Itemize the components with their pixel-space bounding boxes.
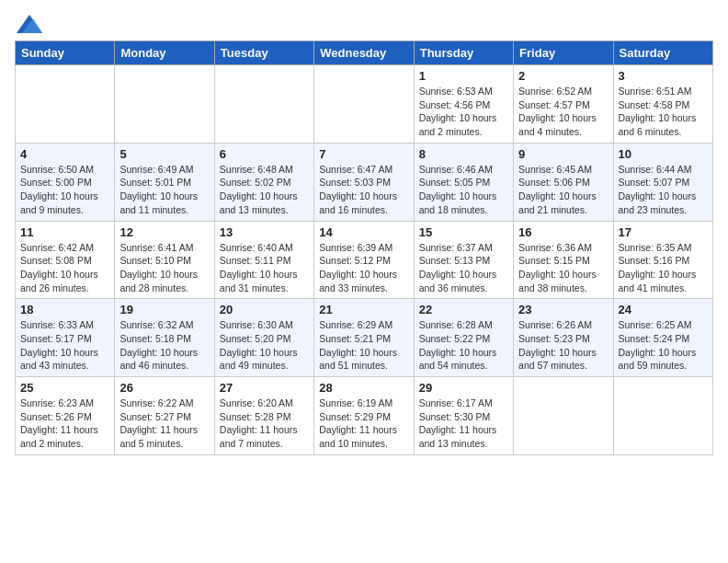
- day-number: 14: [319, 225, 408, 239]
- calendar-cell: 4Sunrise: 6:50 AM Sunset: 5:00 PM Daylig…: [16, 143, 115, 221]
- day-info: Sunrise: 6:40 AM Sunset: 5:11 PM Dayligh…: [220, 241, 309, 295]
- calendar-cell: [214, 65, 313, 144]
- calendar-cell: 11Sunrise: 6:42 AM Sunset: 5:08 PM Dayli…: [16, 221, 115, 299]
- day-number: 5: [119, 147, 209, 161]
- calendar-cell: 28Sunrise: 6:19 AM Sunset: 5:29 PM Dayli…: [314, 377, 414, 455]
- day-info: Sunrise: 6:29 AM Sunset: 5:21 PM Dayligh…: [319, 318, 408, 373]
- day-number: 21: [319, 303, 408, 316]
- day-number: 24: [619, 303, 708, 316]
- calendar-cell: 15Sunrise: 6:37 AM Sunset: 5:13 PM Dayli…: [414, 221, 513, 299]
- weekday-header-saturday: Saturday: [613, 41, 712, 65]
- day-number: 13: [220, 225, 309, 239]
- calendar-week-4: 18Sunrise: 6:33 AM Sunset: 5:17 PM Dayli…: [16, 299, 713, 377]
- calendar-week-5: 25Sunrise: 6:23 AM Sunset: 5:26 PM Dayli…: [16, 377, 713, 455]
- day-info: Sunrise: 6:49 AM Sunset: 5:01 PM Dayligh…: [119, 163, 209, 217]
- day-number: 8: [419, 147, 508, 161]
- day-info: Sunrise: 6:42 AM Sunset: 5:08 PM Dayligh…: [20, 241, 109, 295]
- day-number: 28: [319, 381, 408, 395]
- day-info: Sunrise: 6:25 AM Sunset: 5:24 PM Dayligh…: [619, 318, 708, 373]
- day-number: 23: [518, 303, 608, 316]
- calendar-cell: 29Sunrise: 6:17 AM Sunset: 5:30 PM Dayli…: [414, 377, 513, 455]
- calendar-cell: 17Sunrise: 6:35 AM Sunset: 5:16 PM Dayli…: [613, 221, 712, 299]
- calendar-week-3: 11Sunrise: 6:42 AM Sunset: 5:08 PM Dayli…: [16, 221, 713, 299]
- calendar-cell: 23Sunrise: 6:26 AM Sunset: 5:23 PM Dayli…: [514, 299, 613, 377]
- calendar-cell: 8Sunrise: 6:46 AM Sunset: 5:05 PM Daylig…: [414, 143, 513, 221]
- day-number: 3: [619, 69, 708, 83]
- calendar-cell: 26Sunrise: 6:22 AM Sunset: 5:27 PM Dayli…: [115, 377, 214, 455]
- calendar-cell: [115, 65, 214, 144]
- calendar-week-2: 4Sunrise: 6:50 AM Sunset: 5:00 PM Daylig…: [16, 143, 713, 221]
- day-number: 27: [220, 381, 309, 395]
- day-info: Sunrise: 6:39 AM Sunset: 5:12 PM Dayligh…: [319, 241, 408, 295]
- weekday-header-monday: Monday: [115, 41, 214, 65]
- calendar-cell: [16, 65, 115, 144]
- day-info: Sunrise: 6:53 AM Sunset: 4:56 PM Dayligh…: [419, 85, 508, 139]
- day-info: Sunrise: 6:45 AM Sunset: 5:06 PM Dayligh…: [518, 163, 608, 217]
- calendar-cell: 25Sunrise: 6:23 AM Sunset: 5:26 PM Dayli…: [16, 377, 115, 455]
- calendar-cell: 18Sunrise: 6:33 AM Sunset: 5:17 PM Dayli…: [16, 299, 115, 377]
- day-info: Sunrise: 6:23 AM Sunset: 5:26 PM Dayligh…: [20, 396, 109, 451]
- calendar-cell: 12Sunrise: 6:41 AM Sunset: 5:10 PM Dayli…: [115, 221, 214, 299]
- weekday-header-tuesday: Tuesday: [214, 41, 313, 65]
- day-info: Sunrise: 6:22 AM Sunset: 5:27 PM Dayligh…: [119, 396, 209, 451]
- day-info: Sunrise: 6:37 AM Sunset: 5:13 PM Dayligh…: [419, 241, 508, 295]
- calendar-cell: 3Sunrise: 6:51 AM Sunset: 4:58 PM Daylig…: [613, 65, 712, 144]
- calendar-cell: 19Sunrise: 6:32 AM Sunset: 5:18 PM Dayli…: [115, 299, 214, 377]
- calendar-cell: 20Sunrise: 6:30 AM Sunset: 5:20 PM Dayli…: [214, 299, 313, 377]
- weekday-header-thursday: Thursday: [414, 41, 513, 65]
- calendar-cell: 24Sunrise: 6:25 AM Sunset: 5:24 PM Dayli…: [613, 299, 712, 377]
- day-number: 7: [319, 147, 408, 161]
- calendar-cell: 1Sunrise: 6:53 AM Sunset: 4:56 PM Daylig…: [414, 65, 513, 144]
- weekday-header-friday: Friday: [514, 41, 613, 65]
- day-number: 2: [518, 69, 608, 83]
- calendar-cell: [314, 65, 414, 144]
- day-info: Sunrise: 6:19 AM Sunset: 5:29 PM Dayligh…: [319, 396, 408, 451]
- day-info: Sunrise: 6:50 AM Sunset: 5:00 PM Dayligh…: [20, 163, 109, 217]
- day-number: 19: [119, 303, 209, 316]
- page-header: [15, 15, 713, 33]
- day-info: Sunrise: 6:41 AM Sunset: 5:10 PM Dayligh…: [119, 241, 209, 295]
- calendar-cell: 9Sunrise: 6:45 AM Sunset: 5:06 PM Daylig…: [514, 143, 613, 221]
- day-info: Sunrise: 6:35 AM Sunset: 5:16 PM Dayligh…: [619, 241, 708, 295]
- day-number: 4: [20, 147, 109, 161]
- day-number: 29: [419, 381, 508, 395]
- day-info: Sunrise: 6:26 AM Sunset: 5:23 PM Dayligh…: [518, 318, 608, 373]
- calendar-week-1: 1Sunrise: 6:53 AM Sunset: 4:56 PM Daylig…: [16, 65, 713, 144]
- calendar-cell: 5Sunrise: 6:49 AM Sunset: 5:01 PM Daylig…: [115, 143, 214, 221]
- calendar-cell: 13Sunrise: 6:40 AM Sunset: 5:11 PM Dayli…: [214, 221, 313, 299]
- day-info: Sunrise: 6:20 AM Sunset: 5:28 PM Dayligh…: [220, 396, 309, 451]
- calendar-cell: 27Sunrise: 6:20 AM Sunset: 5:28 PM Dayli…: [214, 377, 313, 455]
- calendar-cell: 16Sunrise: 6:36 AM Sunset: 5:15 PM Dayli…: [514, 221, 613, 299]
- calendar-cell: 21Sunrise: 6:29 AM Sunset: 5:21 PM Dayli…: [314, 299, 414, 377]
- day-info: Sunrise: 6:47 AM Sunset: 5:03 PM Dayligh…: [319, 163, 408, 217]
- day-info: Sunrise: 6:36 AM Sunset: 5:15 PM Dayligh…: [518, 241, 608, 295]
- calendar-cell: 6Sunrise: 6:48 AM Sunset: 5:02 PM Daylig…: [214, 143, 313, 221]
- logo-icon: [17, 15, 42, 33]
- calendar-cell: 2Sunrise: 6:52 AM Sunset: 4:57 PM Daylig…: [514, 65, 613, 144]
- calendar-header-row: SundayMondayTuesdayWednesdayThursdayFrid…: [16, 41, 713, 65]
- calendar-cell: 10Sunrise: 6:44 AM Sunset: 5:07 PM Dayli…: [613, 143, 712, 221]
- day-info: Sunrise: 6:48 AM Sunset: 5:02 PM Dayligh…: [220, 163, 309, 217]
- day-number: 9: [518, 147, 608, 161]
- calendar-cell: 7Sunrise: 6:47 AM Sunset: 5:03 PM Daylig…: [314, 143, 414, 221]
- day-number: 17: [619, 225, 708, 239]
- day-info: Sunrise: 6:17 AM Sunset: 5:30 PM Dayligh…: [419, 396, 508, 451]
- calendar-cell: 22Sunrise: 6:28 AM Sunset: 5:22 PM Dayli…: [414, 299, 513, 377]
- day-number: 20: [220, 303, 309, 316]
- day-number: 1: [419, 69, 508, 83]
- day-info: Sunrise: 6:51 AM Sunset: 4:58 PM Dayligh…: [619, 85, 708, 139]
- day-info: Sunrise: 6:32 AM Sunset: 5:18 PM Dayligh…: [119, 318, 209, 373]
- day-number: 15: [419, 225, 508, 239]
- day-number: 10: [619, 147, 708, 161]
- day-number: 22: [419, 303, 508, 316]
- day-number: 12: [119, 225, 209, 239]
- day-info: Sunrise: 6:33 AM Sunset: 5:17 PM Dayligh…: [20, 318, 109, 373]
- calendar-cell: [514, 377, 613, 455]
- calendar-cell: 14Sunrise: 6:39 AM Sunset: 5:12 PM Dayli…: [314, 221, 414, 299]
- day-info: Sunrise: 6:46 AM Sunset: 5:05 PM Dayligh…: [419, 163, 508, 217]
- day-number: 6: [220, 147, 309, 161]
- day-info: Sunrise: 6:44 AM Sunset: 5:07 PM Dayligh…: [619, 163, 708, 217]
- day-info: Sunrise: 6:52 AM Sunset: 4:57 PM Dayligh…: [518, 85, 608, 139]
- weekday-header-sunday: Sunday: [16, 41, 115, 65]
- calendar-table: SundayMondayTuesdayWednesdayThursdayFrid…: [15, 40, 713, 455]
